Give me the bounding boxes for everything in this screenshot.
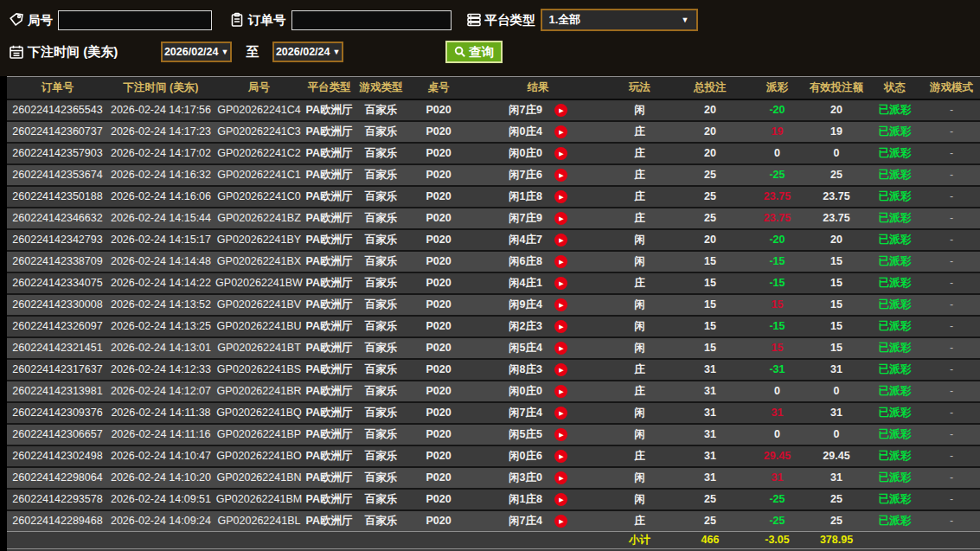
bet-type-cell: 闲: [607, 99, 672, 121]
result-label: 闲4庄7: [509, 233, 542, 247]
valid-bet-cell: 31: [806, 359, 867, 381]
game-type-cell: 百家乐: [354, 402, 408, 424]
payout-cell: 29.45: [748, 445, 806, 467]
game-mode-cell: -: [923, 316, 980, 337]
table-number-cell: P020: [408, 359, 469, 381]
play-icon[interactable]: ▶: [554, 428, 567, 441]
platform-select[interactable]: 1.全部 ▼: [541, 9, 698, 31]
status-cell: 已派彩: [867, 316, 923, 337]
table-number-cell: P020: [408, 510, 469, 532]
bet-type-cell: 庄: [607, 445, 672, 467]
play-icon[interactable]: ▶: [554, 104, 567, 117]
play-icon[interactable]: ▶: [554, 190, 567, 203]
order-number-cell: 260224142321451: [7, 337, 108, 359]
result-label: 闲1庄8: [509, 189, 542, 204]
platform-cell: PA欧洲厅: [304, 121, 354, 143]
column-header-8: 总投注: [672, 77, 748, 99]
game-type-cell: 百家乐: [354, 229, 408, 251]
play-icon[interactable]: ▶: [554, 169, 567, 182]
bet-time-cell: 2026-02-24 14:15:17: [108, 229, 214, 251]
total-bet-cell: 15: [672, 337, 748, 359]
bet-time-cell: 2026-02-24 14:13:52: [108, 294, 214, 316]
valid-bet-cell: 15: [806, 272, 867, 294]
search-button[interactable]: 查询: [445, 41, 503, 63]
payout-cell: -15: [748, 272, 806, 294]
round-number-cell: GP020262241BX: [214, 251, 304, 272]
payout-cell: 31: [748, 467, 806, 489]
valid-bet-cell: 31: [806, 402, 867, 424]
play-icon[interactable]: ▶: [554, 277, 567, 290]
platform-cell: PA欧洲厅: [304, 208, 354, 229]
total-bet-cell: 15: [672, 251, 748, 272]
table-row: 2602241423066572026-02-24 14:11:16GP0202…: [7, 424, 980, 445]
game-mode-cell: -: [923, 164, 980, 186]
footer-total-bet: 466: [672, 531, 748, 548]
order-number-cell: 260224142326097: [7, 316, 108, 337]
bet-time-cell: 2026-02-24 14:12:33: [108, 359, 214, 381]
date-to-picker[interactable]: 2026/02/24 ▼: [272, 42, 343, 62]
game-mode-cell: -: [923, 251, 980, 272]
game-type-cell: 百家乐: [354, 381, 408, 402]
game-mode-cell: -: [923, 424, 980, 445]
bet-time-cell: 2026-02-24 14:17:56: [108, 99, 214, 121]
orders-table: 订单号下注时间 (美东)局号平台类型游戏类型桌号结果玩法总投注派彩有效投注额状态…: [7, 76, 980, 551]
payout-cell: 0: [748, 424, 806, 445]
total-bet-cell: 31: [672, 381, 748, 402]
platform-cell: PA欧洲厅: [304, 294, 354, 316]
order-number-cell: 260224142365543: [7, 99, 108, 121]
round-number-cell: GP020262241BU: [214, 316, 304, 337]
play-icon[interactable]: ▶: [554, 385, 567, 398]
platform-type-label: 平台类型: [485, 12, 535, 29]
platform-list-icon: [466, 12, 482, 28]
bet-time-cell: 2026-02-24 14:11:38: [108, 402, 214, 424]
order-number-cell: 260224142313981: [7, 381, 108, 402]
bet-type-cell: 闲: [607, 294, 672, 316]
play-icon[interactable]: ▶: [554, 471, 567, 484]
play-icon[interactable]: ▶: [554, 342, 567, 355]
table-row: 2602241423214512026-02-24 14:13:01GP0202…: [7, 337, 980, 359]
order-number-cell: 260224142309376: [7, 402, 108, 424]
table-number-cell: P020: [408, 143, 469, 164]
column-header-0: 订单号: [7, 77, 108, 99]
result-cell-wrap: 闲6庄8▶: [469, 251, 607, 272]
round-number-input[interactable]: [58, 10, 212, 30]
platform-cell: PA欧洲厅: [304, 99, 354, 121]
result-label: 闲3庄0: [509, 471, 542, 485]
table-row: 2602241423607372026-02-24 14:17:23GP0202…: [7, 121, 980, 143]
platform-cell: PA欧洲厅: [304, 445, 354, 467]
play-icon[interactable]: ▶: [554, 298, 567, 311]
status-cell: 已派彩: [867, 251, 923, 272]
play-icon[interactable]: ▶: [554, 363, 567, 376]
result-cell-wrap: 闲0庄0▶: [469, 381, 607, 402]
order-number-input[interactable]: [291, 10, 452, 30]
game-type-cell: 百家乐: [354, 359, 408, 381]
game-type-cell: 百家乐: [354, 294, 408, 316]
date-from-picker[interactable]: 2026/02/24 ▼: [161, 42, 232, 62]
play-icon[interactable]: ▶: [554, 407, 567, 420]
play-icon[interactable]: ▶: [554, 515, 567, 528]
status-cell: 已派彩: [867, 489, 923, 510]
play-icon[interactable]: ▶: [554, 493, 567, 506]
play-icon[interactable]: ▶: [554, 255, 567, 268]
game-type-cell: 百家乐: [354, 121, 408, 143]
bet-time-cell: 2026-02-24 14:14:48: [108, 251, 214, 272]
play-icon[interactable]: ▶: [554, 125, 567, 138]
play-icon[interactable]: ▶: [554, 234, 567, 247]
play-icon[interactable]: ▶: [554, 147, 567, 160]
valid-bet-cell: 0: [806, 381, 867, 402]
game-mode-cell: -: [923, 208, 980, 229]
play-icon[interactable]: ▶: [554, 320, 567, 333]
game-type-cell: 百家乐: [354, 208, 408, 229]
play-icon[interactable]: ▶: [554, 212, 567, 225]
platform-cell: PA欧洲厅: [304, 359, 354, 381]
round-number-cell: GP020262241BZ: [214, 208, 304, 229]
game-mode-cell: -: [923, 402, 980, 424]
payout-cell: -25: [748, 489, 806, 510]
valid-bet-cell: 19: [806, 121, 867, 143]
clipboard-icon: [229, 12, 245, 28]
play-icon[interactable]: ▶: [554, 450, 567, 463]
bet-time-cell: 2026-02-24 14:09:24: [108, 510, 214, 532]
bet-type-cell: 庄: [607, 121, 672, 143]
payout-cell: 15: [748, 337, 806, 359]
table-number-cell: P020: [408, 186, 469, 208]
